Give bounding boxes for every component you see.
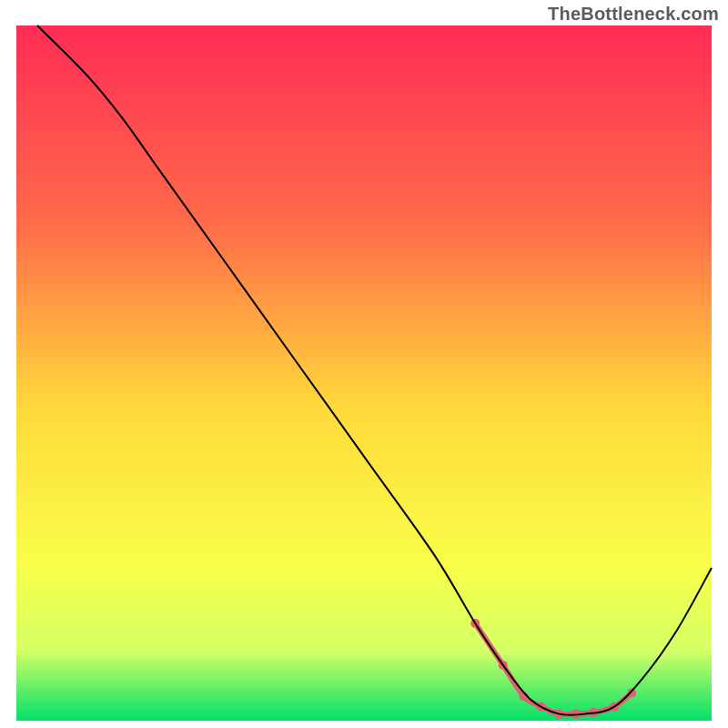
plot-svg xyxy=(0,0,728,728)
bottleneck-chart: TheBottleneck.com xyxy=(0,0,728,728)
plot-background xyxy=(16,25,712,721)
watermark-text: TheBottleneck.com xyxy=(548,4,719,25)
highlight-dot xyxy=(627,688,636,697)
